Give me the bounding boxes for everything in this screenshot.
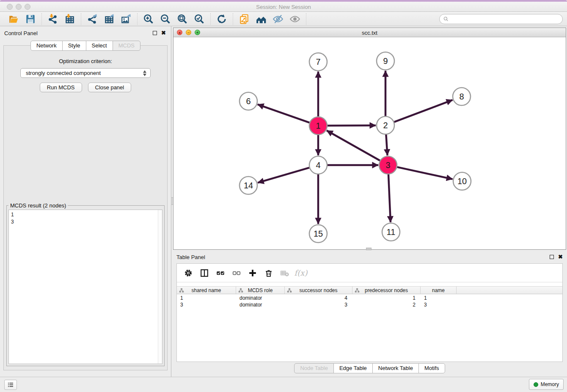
export-image-button[interactable]	[118, 13, 135, 25]
criterion-select[interactable]: strongly connected component	[20, 68, 151, 78]
graph-node-1[interactable]: 1	[309, 117, 327, 135]
table-row[interactable]: 3dominator323	[177, 301, 562, 308]
search-input[interactable]	[451, 15, 562, 23]
close-panel-icon[interactable]: ✖	[161, 30, 166, 35]
add-row-button[interactable]	[246, 267, 259, 279]
close-table-panel-icon[interactable]: ✖	[558, 254, 563, 259]
zoom-fit-button[interactable]	[174, 13, 191, 25]
table-cell[interactable]: 3	[285, 301, 352, 308]
table-toolbar: f(x)	[177, 264, 562, 282]
first-neighbors-button[interactable]	[253, 13, 270, 25]
zoom-out-button[interactable]	[157, 13, 174, 25]
show-all-button[interactable]	[286, 13, 303, 25]
table-cell[interactable]: 4	[285, 295, 352, 301]
cytopanel-list-button[interactable]	[4, 380, 17, 390]
column-header-shared-name[interactable]: shared name	[177, 287, 236, 294]
table-cell[interactable]: 2	[352, 301, 421, 308]
zoom-in-button[interactable]	[140, 13, 157, 25]
mcds-tab-content: Optimization criterion: strongly connect…	[3, 45, 168, 370]
import-table-button[interactable]	[61, 13, 78, 25]
network-window-titlebar[interactable]: x − + scc.txt	[173, 28, 566, 37]
graph-edge-1-2[interactable]	[328, 125, 376, 126]
graph-node-15[interactable]: 15	[309, 225, 327, 243]
float-table-panel-icon[interactable]	[550, 255, 554, 259]
tab-style[interactable]: Style	[62, 41, 86, 51]
table-cell[interactable]: dominator	[236, 301, 285, 308]
hide-selected-button[interactable]	[270, 13, 286, 25]
table-row[interactable]: 1dominator411	[177, 295, 562, 301]
column-header-MCDS-role[interactable]: MCDS role	[236, 287, 285, 294]
tab-node-table[interactable]: Node Table	[294, 363, 334, 373]
tab-mcds[interactable]: MCDS	[113, 41, 140, 51]
hierarchy-icon	[355, 288, 360, 293]
graph-edge-3-11[interactable]	[388, 174, 391, 222]
graph-node-6[interactable]: 6	[239, 92, 257, 110]
graph-node-2[interactable]: 2	[377, 116, 394, 134]
zoom-selected-icon	[194, 14, 205, 25]
column-header-predecessor-nodes[interactable]: predecessor nodes	[352, 287, 421, 294]
session-title: Session: New Session	[0, 4, 567, 10]
column-header-successor-nodes[interactable]: successor nodes	[285, 287, 352, 294]
tab-select[interactable]: Select	[86, 41, 113, 51]
network-resize-handle[interactable]	[366, 248, 372, 250]
graph-node-8[interactable]: 8	[453, 88, 471, 105]
graph-node-9[interactable]: 9	[377, 52, 394, 70]
table-cell[interactable]: 1	[352, 295, 421, 301]
graph-edge-2-8[interactable]	[394, 100, 453, 122]
result-scrollbar[interactable]	[158, 210, 162, 364]
column-header-name[interactable]: name	[421, 287, 457, 294]
table-cell[interactable]: 3	[177, 301, 236, 308]
mcds-result-list[interactable]: 13	[8, 210, 162, 364]
graph-node-label: 3	[385, 160, 390, 170]
table-cell[interactable]: 3	[421, 301, 457, 308]
graph-node-4[interactable]: 4	[309, 156, 327, 174]
tab-edge-table[interactable]: Edge Table	[333, 363, 373, 373]
duplicate-network-button[interactable]	[236, 13, 253, 25]
export-table-button[interactable]	[101, 13, 118, 25]
zoom-selected-button[interactable]	[191, 13, 208, 25]
column-layout-button[interactable]	[198, 267, 211, 279]
table-cell[interactable]: 1	[421, 295, 457, 301]
settings-icon	[184, 268, 193, 278]
deselect-all-button[interactable]	[230, 267, 243, 279]
tab-network[interactable]: Network	[30, 41, 63, 51]
settings-button[interactable]	[182, 267, 195, 279]
save-session-button[interactable]	[22, 13, 39, 25]
import-network-button[interactable]	[44, 13, 61, 25]
table-cell[interactable]: 1	[177, 295, 236, 301]
memory-button[interactable]: Memory	[529, 379, 564, 390]
tab-motifs[interactable]: Motifs	[418, 363, 445, 373]
toolbar-group	[3, 13, 42, 25]
graph-edge-3-10[interactable]	[397, 167, 452, 179]
search-box[interactable]	[439, 14, 563, 24]
delete-row-button[interactable]	[262, 267, 275, 279]
run-mcds-button[interactable]: Run MCDS	[40, 83, 82, 92]
graph-node-10[interactable]: 10	[453, 172, 471, 190]
graph-edge-3-1[interactable]	[327, 130, 380, 160]
select-all-button[interactable]	[214, 267, 227, 279]
column-header-label: name	[432, 287, 445, 293]
graph-node-14[interactable]: 14	[239, 177, 257, 194]
network-canvas[interactable]: 7968124314101511	[173, 37, 566, 249]
table-cell[interactable]: dominator	[236, 295, 285, 301]
graph-node-11[interactable]: 11	[382, 223, 400, 241]
float-panel-icon[interactable]	[153, 31, 157, 35]
graph-node-7[interactable]: 7	[309, 53, 327, 71]
graph-edge-4-14[interactable]	[258, 168, 309, 182]
delete-table-button[interactable]	[278, 267, 291, 279]
fx-button[interactable]: f(x)	[295, 267, 307, 279]
refresh-view-button[interactable]	[213, 13, 230, 25]
hierarchy-icon	[238, 288, 243, 293]
graph-node-label: 8	[459, 92, 464, 101]
open-session-icon	[8, 14, 19, 25]
graph-edge-2-3[interactable]	[386, 135, 387, 155]
graph-node-3[interactable]: 3	[379, 156, 397, 174]
tab-network-table[interactable]: Network Table	[372, 363, 419, 373]
delete-table-icon	[280, 268, 289, 278]
toolbar-group	[81, 13, 138, 25]
close-panel-button[interactable]: Close panel	[88, 83, 132, 92]
export-network-button[interactable]	[84, 13, 101, 25]
graph-edge-1-6[interactable]	[258, 105, 310, 123]
open-session-button[interactable]	[5, 13, 22, 25]
graph-node-label: 9	[383, 56, 388, 66]
